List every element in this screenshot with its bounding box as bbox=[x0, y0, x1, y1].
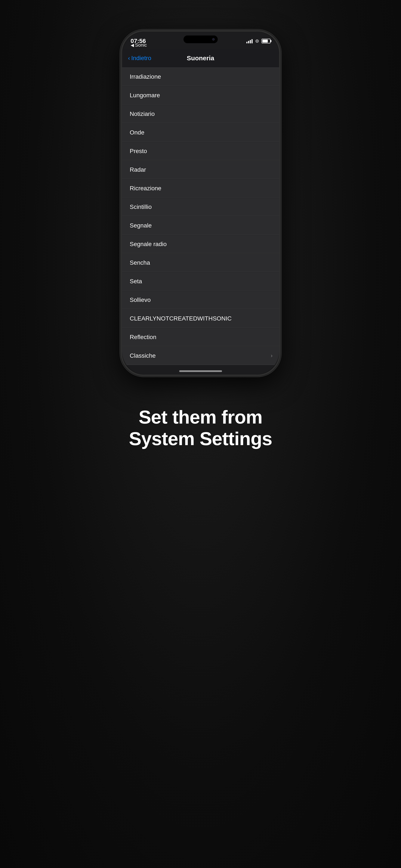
list-item[interactable]: Classiche› bbox=[122, 346, 279, 365]
list-item-label: Radar bbox=[130, 166, 146, 173]
wifi-icon: ⊜ bbox=[255, 38, 259, 44]
camera-dot bbox=[212, 38, 215, 41]
list-item[interactable]: Radar bbox=[122, 160, 279, 179]
battery-fill bbox=[263, 39, 268, 42]
list-item-label: Onde bbox=[130, 129, 145, 136]
signal-bar-3 bbox=[250, 40, 251, 43]
phone-screen: 07:56 ⊜ ◀ Sonic bbox=[122, 32, 279, 375]
chevron-right-icon: › bbox=[271, 352, 273, 359]
list-item-label: Presto bbox=[130, 148, 147, 155]
back-chevron-icon: ‹ bbox=[128, 55, 130, 62]
signal-bar-1 bbox=[246, 42, 247, 43]
list-container[interactable]: IrradiazioneLungomareNotiziarioOndePrest… bbox=[122, 67, 279, 366]
nav-title: Suoneria bbox=[187, 55, 214, 62]
signal-bars-icon bbox=[246, 39, 253, 43]
list-item-label: Sencha bbox=[130, 259, 150, 266]
battery-icon bbox=[261, 39, 271, 43]
list-item[interactable]: Seta bbox=[122, 272, 279, 290]
list-item-label: Seta bbox=[130, 278, 142, 285]
home-indicator bbox=[179, 370, 222, 372]
phone-frame: 07:56 ⊜ ◀ Sonic bbox=[120, 30, 281, 376]
list-item-label: Segnale radio bbox=[130, 241, 167, 248]
list-item[interactable]: Notiziario bbox=[122, 105, 279, 123]
list-item[interactable]: Sencha bbox=[122, 253, 279, 272]
list-item[interactable]: Presto bbox=[122, 142, 279, 160]
list-item-label: Notiziario bbox=[130, 111, 155, 117]
bottom-text: Set them from System Settings bbox=[129, 406, 272, 450]
list-item-label: Classiche bbox=[130, 352, 156, 359]
dynamic-island bbox=[184, 35, 218, 43]
list-item-label: Scintillio bbox=[130, 204, 152, 210]
nav-bar: ‹ Indietro Suoneria bbox=[122, 49, 279, 67]
list-item-label: Sollievo bbox=[130, 297, 151, 303]
bottom-headline-line1: Set them from bbox=[129, 406, 272, 428]
list-item[interactable]: Onde bbox=[122, 123, 279, 142]
list-item-label: Segnale bbox=[130, 222, 152, 229]
signal-bar-4 bbox=[251, 39, 253, 43]
list-item[interactable]: Ricreazione bbox=[122, 179, 279, 197]
list-item-label: Ricreazione bbox=[130, 185, 161, 192]
phone-wrapper: 07:56 ⊜ ◀ Sonic bbox=[120, 30, 281, 376]
list-item-label: Irradiazione bbox=[130, 73, 161, 80]
list-item[interactable]: Segnale radio bbox=[122, 235, 279, 253]
list-item[interactable]: Scintillio bbox=[122, 198, 279, 216]
list-item-label: CLEARLYNOTCREATEDWITHSONIC bbox=[130, 315, 232, 322]
status-right: ⊜ bbox=[246, 36, 271, 44]
list-item[interactable]: CLEARLYNOTCREATEDWITHSONIC bbox=[122, 309, 279, 328]
list-item-label: Reflection bbox=[130, 334, 157, 341]
list-item[interactable]: Sollievo bbox=[122, 291, 279, 309]
list-item-label: Lungomare bbox=[130, 92, 160, 99]
nav-back-button[interactable]: ‹ Indietro bbox=[128, 55, 151, 62]
list-item[interactable]: Irradiazione bbox=[122, 67, 279, 86]
bottom-headline-line2: System Settings bbox=[129, 428, 272, 450]
back-label: Indietro bbox=[131, 55, 151, 62]
list-item[interactable]: Reflection bbox=[122, 328, 279, 346]
list-item[interactable]: Segnale bbox=[122, 216, 279, 235]
list-item[interactable]: Lungomare bbox=[122, 86, 279, 104]
signal-bar-2 bbox=[248, 41, 249, 43]
